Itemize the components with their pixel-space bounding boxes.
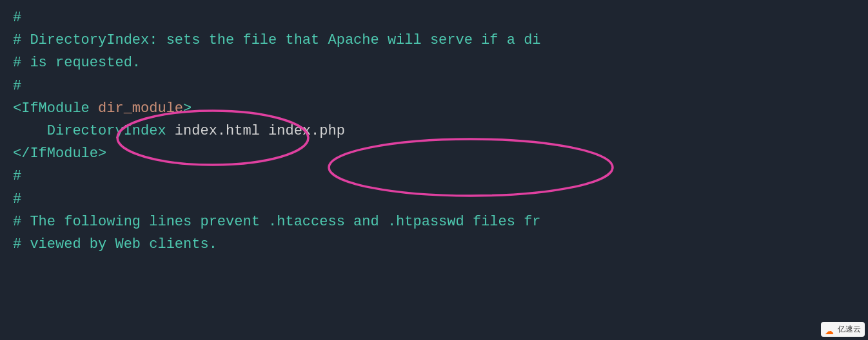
directory-index-values: index.html index.php <box>175 123 345 139</box>
code-line-9: # <box>13 188 855 211</box>
code-block: # # DirectoryIndex: sets the file that A… <box>0 0 868 262</box>
module-name: dir_module <box>98 100 183 117</box>
directory-index-directive: DirectoryIndex <box>13 123 175 139</box>
watermark-logo: ☁ <box>825 324 835 334</box>
ifmodule-close-bracket: > <box>183 100 192 117</box>
code-line-6: DirectoryIndex index.html index.php <box>13 120 855 142</box>
code-line-4: # <box>13 75 855 97</box>
code-line-5: <IfModule dir_module> <box>13 97 855 120</box>
code-line-11: # viewed by Web clients. <box>13 233 855 256</box>
watermark: ☁ 亿速云 <box>821 322 865 337</box>
ifmodule-open-tag: <IfModule <box>13 100 98 117</box>
code-line-2: # DirectoryIndex: sets the file that Apa… <box>13 29 855 52</box>
watermark-text: 亿速云 <box>838 323 861 335</box>
code-line-3: # is requested. <box>13 52 855 74</box>
code-line-7: </IfModule> <box>13 142 855 165</box>
code-line-10: # The following lines prevent .htaccess … <box>13 211 855 233</box>
code-line-1: # <box>13 6 855 29</box>
code-line-8: # <box>13 165 855 187</box>
